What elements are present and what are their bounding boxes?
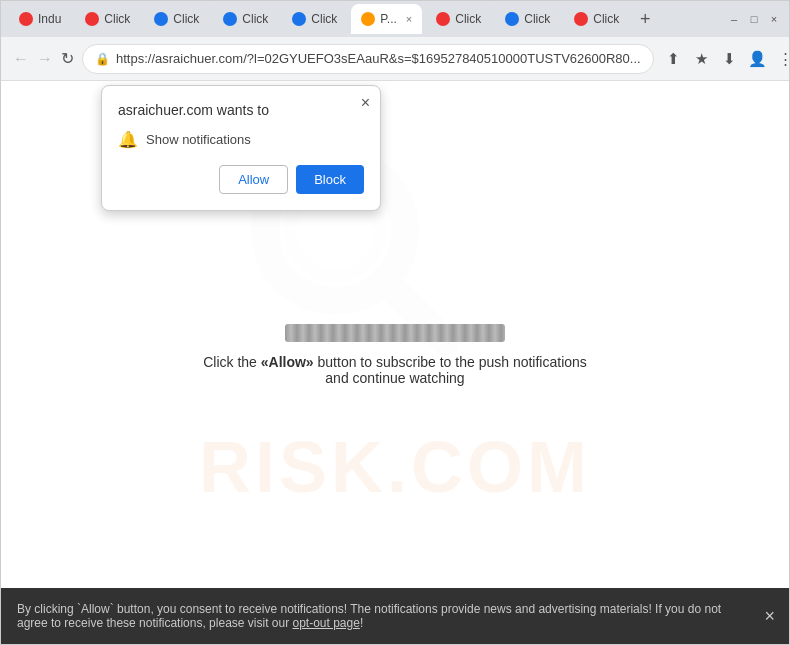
share-button[interactable]: ⬆ (662, 47, 686, 71)
progress-area: Click the «Allow» button to subscribe to… (198, 324, 592, 386)
tab-click-7[interactable]: Click (495, 4, 560, 34)
tab-favicon-6 (436, 12, 450, 26)
allow-button[interactable]: Allow (219, 165, 288, 194)
page-content: Click the «Allow» button to subscribe to… (1, 81, 789, 588)
reload-button[interactable]: ↻ (61, 47, 74, 71)
tab-favicon-active (361, 12, 375, 26)
tab-click-6[interactable]: Click (426, 4, 491, 34)
tab-click-1[interactable]: Click (75, 4, 140, 34)
tab-click-4[interactable]: Click (282, 4, 347, 34)
tab-favicon-3 (223, 12, 237, 26)
address-bar: ← → ↻ 🔒 https://asraichuer.com/?l=02GYUE… (1, 37, 789, 81)
window-controls: – □ × (727, 12, 781, 26)
browser-window: Indu Click Click Click Click P... × Clic… (0, 0, 790, 645)
tab-label-7: Click (524, 12, 550, 26)
tab-label-6: Click (455, 12, 481, 26)
bell-icon: 🔔 (118, 130, 138, 149)
forward-button[interactable]: → (37, 47, 53, 71)
bottom-notification-bar: By clicking `Allow` button, you consent … (1, 588, 789, 644)
tab-click-3[interactable]: Click (213, 4, 278, 34)
minimize-button[interactable]: – (727, 12, 741, 26)
lock-icon: 🔒 (95, 52, 110, 66)
bottom-bar-close-button[interactable]: × (764, 606, 775, 627)
tab-label-indu: Indu (38, 12, 61, 26)
bottom-bar-text-end: ! (360, 616, 363, 630)
block-button[interactable]: Block (296, 165, 364, 194)
download-button[interactable]: ⬇ (718, 47, 742, 71)
back-button[interactable]: ← (13, 47, 29, 71)
page-instruction: Click the «Allow» button to subscribe to… (198, 354, 592, 386)
url-text: https://asraichuer.com/?l=02GYUEFO3sEAau… (116, 51, 641, 66)
opt-out-link[interactable]: opt-out page (292, 616, 359, 630)
new-tab-button[interactable]: + (633, 7, 657, 31)
tab-favicon-indu (19, 12, 33, 26)
tab-active[interactable]: P... × (351, 4, 422, 34)
restore-button[interactable]: □ (747, 12, 761, 26)
tab-label-8: Click (593, 12, 619, 26)
close-button[interactable]: × (767, 12, 781, 26)
bookmark-button[interactable]: ★ (690, 47, 714, 71)
popup-title: asraichuer.com wants to (118, 102, 364, 118)
progress-bar (285, 324, 505, 342)
tab-click-8[interactable]: Click (564, 4, 629, 34)
watermark-bottom: RISK.COM (199, 426, 591, 508)
url-bar[interactable]: 🔒 https://asraichuer.com/?l=02GYUEFO3sEA… (82, 44, 654, 74)
more-button[interactable]: ⋮ (774, 47, 790, 71)
tab-indu[interactable]: Indu (9, 4, 71, 34)
tab-favicon-1 (85, 12, 99, 26)
profile-button[interactable]: 👤 (746, 47, 770, 71)
tab-label-active: P... (380, 12, 396, 26)
bottom-bar-text-main: By clicking `Allow` button, you consent … (17, 602, 721, 630)
tab-favicon-2 (154, 12, 168, 26)
tab-favicon-8 (574, 12, 588, 26)
address-bar-actions: ⬆ ★ ⬇ 👤 ⋮ (662, 47, 790, 71)
tab-label-2: Click (173, 12, 199, 26)
popup-buttons: Allow Block (118, 165, 364, 194)
popup-notification-row: 🔔 Show notifications (118, 130, 364, 149)
active-tab-close[interactable]: × (406, 13, 412, 25)
notification-popup: × asraichuer.com wants to 🔔 Show notific… (101, 85, 381, 211)
tab-favicon-4 (292, 12, 306, 26)
tab-favicon-7 (505, 12, 519, 26)
progress-bar-fill (285, 324, 505, 342)
tab-label-3: Click (242, 12, 268, 26)
title-bar: Indu Click Click Click Click P... × Clic… (1, 1, 789, 37)
bottom-bar-text: By clicking `Allow` button, you consent … (17, 602, 749, 630)
tab-click-2[interactable]: Click (144, 4, 209, 34)
popup-notification-text: Show notifications (146, 132, 251, 147)
tab-label-1: Click (104, 12, 130, 26)
popup-close-button[interactable]: × (361, 94, 370, 112)
tab-label-4: Click (311, 12, 337, 26)
